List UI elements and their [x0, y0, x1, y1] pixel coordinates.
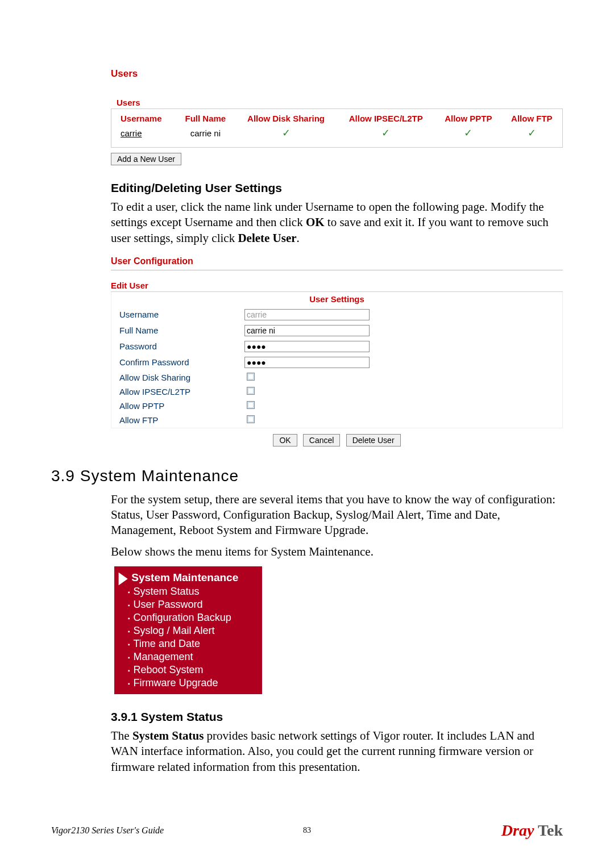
- menu-item-syslog[interactable]: Syslog / Mail Alert: [128, 624, 262, 637]
- system-maintenance-heading: 3.9 System Maintenance: [51, 467, 563, 485]
- label-pptp: Allow PPTP: [113, 399, 243, 412]
- system-maintenance-menu: ▶ System Maintenance System Status User …: [114, 566, 262, 694]
- menu-item-time-date[interactable]: Time and Date: [128, 637, 262, 650]
- username-field: [244, 309, 370, 320]
- menu-header[interactable]: ▶ System Maintenance: [114, 570, 262, 585]
- col-ipsec: Allow IPSEC/L2TP: [338, 112, 434, 124]
- edit-heading: Editing/Deleting User Settings: [111, 181, 563, 195]
- menu-item-reboot[interactable]: Reboot System: [128, 663, 262, 677]
- menu-item-system-status[interactable]: System Status: [128, 585, 262, 598]
- delete-user-button[interactable]: Delete User: [346, 434, 401, 446]
- system-status-heading: 3.9.1 System Status: [111, 710, 563, 724]
- pptp-checkbox[interactable]: [247, 401, 255, 409]
- page-number: 83: [303, 826, 311, 835]
- check-icon: ✓: [528, 127, 536, 139]
- user-config-title: User Configuration: [111, 256, 563, 270]
- table-row: carrie carrie ni ✓ ✓ ✓ ✓: [113, 126, 561, 140]
- col-pptp: Allow PPTP: [435, 112, 501, 124]
- disk-sharing-checkbox[interactable]: [247, 373, 255, 381]
- col-ftp: Allow FTP: [503, 112, 561, 124]
- users-title: Users: [111, 68, 563, 80]
- label-confirm-password: Confirm Password: [113, 355, 243, 370]
- col-disksharing: Allow Disk Sharing: [236, 112, 337, 124]
- col-fullname: Full Name: [176, 112, 234, 124]
- label-ftp: Allow FTP: [113, 414, 243, 427]
- password-field[interactable]: [244, 341, 370, 352]
- menu-item-firmware[interactable]: Firmware Upgrade: [128, 677, 262, 690]
- ipsec-checkbox[interactable]: [247, 387, 255, 395]
- menu-item-user-password[interactable]: User Password: [128, 598, 262, 611]
- user-config-panel: User Configuration Edit User User Settin…: [111, 256, 563, 446]
- confirm-password-field[interactable]: [244, 357, 370, 368]
- username-link[interactable]: carrie: [121, 128, 142, 138]
- add-user-button[interactable]: Add a New User: [111, 153, 181, 165]
- sysmaint-para2: Below shows the menu items for System Ma…: [111, 544, 563, 560]
- table-header-row: Username Full Name Allow Disk Sharing Al…: [113, 112, 561, 124]
- users-subtitle: Users: [111, 97, 563, 108]
- system-status-para: The System Status provides basic network…: [111, 728, 563, 775]
- user-settings-header: User Settings: [111, 292, 562, 306]
- label-password: Password: [113, 339, 243, 354]
- triangle-right-icon: ▶: [119, 568, 127, 586]
- users-panel: Users Users Username Full Name Allow Dis…: [111, 68, 563, 165]
- label-disk-sharing: Allow Disk Sharing: [113, 371, 243, 384]
- cancel-button[interactable]: Cancel: [303, 434, 341, 446]
- users-table: Username Full Name Allow Disk Sharing Al…: [111, 111, 562, 141]
- label-fullname: Full Name: [113, 323, 243, 338]
- fullname-field[interactable]: [244, 325, 370, 336]
- page-footer: Vigor2130 Series User's Guide 83 Dray Te…: [51, 821, 563, 840]
- cell-fullname: carrie ni: [176, 126, 234, 140]
- edit-user-label: Edit User: [111, 281, 563, 292]
- label-username: Username: [113, 307, 243, 322]
- check-icon: ✓: [282, 127, 291, 139]
- menu-item-management[interactable]: Management: [128, 650, 262, 663]
- edit-paragraph: To edit a user, click the name link unde…: [111, 199, 563, 246]
- footer-guide: Vigor2130 Series User's Guide: [51, 825, 164, 836]
- ftp-checkbox[interactable]: [247, 415, 255, 423]
- check-icon: ✓: [464, 127, 472, 139]
- check-icon: ✓: [381, 127, 390, 139]
- brand-logo: Dray Tek: [501, 821, 563, 840]
- sysmaint-para1: For the system setup, there are several …: [111, 492, 563, 539]
- menu-item-config-backup[interactable]: Configuration Backup: [128, 611, 262, 624]
- label-ipsec: Allow IPSEC/L2TP: [113, 385, 243, 398]
- ok-button[interactable]: OK: [273, 434, 297, 446]
- col-username: Username: [113, 112, 175, 124]
